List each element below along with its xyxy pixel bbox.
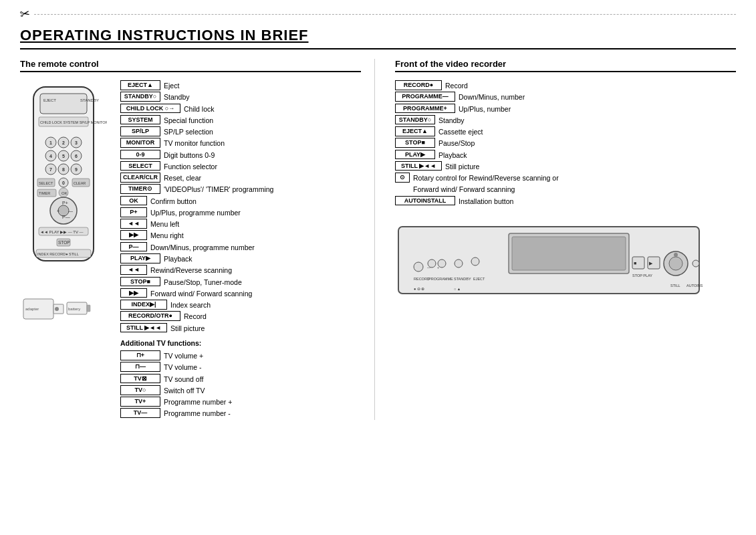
svg-text:STANDBY: STANDBY [80, 98, 99, 102]
instr-menuleft: ◄◄ Menu left [120, 219, 361, 229]
svg-point-63 [455, 259, 463, 268]
instructions-list: EJECT▲ Eject STANDBY○ Standby CHILD LOCK… [120, 80, 361, 420]
svg-text:EJECT: EJECT [43, 98, 56, 102]
svg-rect-55 [512, 237, 626, 270]
svg-text:+: + [437, 265, 439, 270]
desc-clear: Reset, clear [164, 173, 361, 183]
fp-btn-stop: STOP■ [395, 138, 435, 148]
instr-splp: SP/LP SP/LP selection [120, 126, 361, 137]
right-column: Front of the video recorder RECORD● Reco… [388, 59, 736, 420]
svg-text:PROGRAMME: PROGRAMME [428, 277, 453, 281]
btn-pplus: P+ [120, 207, 147, 217]
desc-menuleft: Menu left [150, 219, 361, 229]
desc-monitor: TV monitor function [164, 138, 361, 148]
btn-rewind: ◄◄ [120, 265, 147, 275]
svg-text:battery: battery [68, 307, 80, 311]
svg-text:TIMER: TIMER [39, 191, 50, 195]
svg-text:8: 8 [62, 167, 65, 172]
btn-system: SYSTEM [120, 115, 160, 125]
btn-tvsound: TV⊠ [120, 374, 160, 384]
desc-menuright: Menu right [150, 230, 361, 241]
additional-tv-title: Additional TV functions: [120, 338, 361, 348]
svg-text:P+: P+ [62, 201, 68, 205]
fp-desc-standby: Standby [438, 115, 736, 126]
fp-btn-progplus: PROGRAMME+ [395, 104, 455, 114]
svg-text:5: 5 [62, 154, 65, 158]
btn-select: SELECT [120, 161, 160, 171]
fp-still: STILL ▶◄◄ Still picture [395, 161, 736, 172]
desc-stop: Pause/Stop, Tuner-mode [164, 277, 361, 288]
desc-splp: SP/LP selection [164, 126, 361, 137]
left-column: The remote control EJECT STANDBY CHI [20, 59, 375, 420]
title-underline [20, 48, 736, 49]
instr-clear: CLEAR/CLR Reset, clear [120, 173, 361, 183]
fp-desc-record: Record [445, 80, 736, 91]
svg-text:STILL: STILL [670, 284, 680, 288]
instr-tvoff: TV○ Switch off TV [120, 385, 361, 396]
front-panel-image: RECORD — + PROGRAMME STANDBY EJECT [395, 213, 736, 308]
svg-point-74 [674, 253, 678, 257]
fp-progplus: PROGRAMME+ Up/Plus, number [395, 104, 736, 114]
instr-menuright: ▶▶ Menu right [120, 230, 361, 241]
remote-image: EJECT STANDBY CHILD LOCK SYSTEM SP/LP MO… [20, 80, 114, 420]
desc-ok: Confirm button [150, 196, 361, 207]
svg-rect-1 [40, 94, 87, 114]
svg-text:STANDBY: STANDBY [454, 277, 471, 281]
right-section-header: Front of the video recorder [395, 59, 736, 72]
fp-rotary2: Forward wind/ Forward scanning [395, 184, 736, 195]
instr-rewind: ◄◄ Rewind/Reverse scanning [120, 265, 361, 276]
desc-tvprogminus: Programme number - [164, 408, 361, 419]
btn-tvprogplus: TV+ [120, 397, 160, 407]
svg-text:3: 3 [75, 140, 78, 145]
btn-tvvolminus: ⊓— [120, 362, 160, 372]
fp-desc-stop: Pause/Stop [438, 138, 736, 148]
desc-select: Function selector [164, 161, 361, 172]
instr-stop: STOP■ Pause/Stop, Tuner-mode [120, 277, 361, 288]
svg-text:● ⊖ ⊕: ● ⊖ ⊕ [414, 287, 424, 291]
instr-pplus: P+ Up/Plus, programme number [120, 207, 361, 218]
svg-text:9: 9 [75, 167, 78, 172]
btn-splp: SP/LP [120, 126, 160, 136]
svg-point-48 [55, 307, 59, 311]
desc-eject: Eject [164, 80, 361, 91]
main-content: The remote control EJECT STANDBY CHI [20, 59, 736, 420]
svg-point-56 [414, 262, 423, 272]
btn-monitor: MONITOR [120, 138, 160, 148]
btn-tvvolplus: ⊓+ [120, 350, 160, 360]
desc-still: Still picture [170, 323, 361, 334]
instr-tvvolminus: ⊓— TV volume - [120, 362, 361, 372]
battery-sketch: adapter battery [20, 292, 94, 339]
svg-text:—: — [68, 209, 73, 213]
page-title: OPERATING INSTRUCTIONS IN BRIEF [20, 27, 736, 44]
instr-still: STILL ▶◄◄ Still picture [120, 323, 361, 334]
desc-tvsound: TV sound off [164, 374, 361, 385]
fp-btn-record: RECORD● [395, 80, 442, 90]
page: ✂ OPERATING INSTRUCTIONS IN BRIEF The re… [0, 0, 756, 433]
svg-text:■: ■ [634, 261, 636, 265]
btn-ok: OK [120, 196, 147, 206]
fp-stop: STOP■ Pause/Stop [395, 138, 736, 148]
desc-09: Digit buttons 0-9 [164, 150, 361, 160]
svg-text:INDEX  RECORD●  STILL: INDEX RECORD● STILL [37, 252, 79, 256]
btn-childlock: CHILD LOCK ○→ [120, 104, 180, 114]
fp-btn-progminus: PROGRAMME— [395, 92, 455, 102]
desc-tvoff: Switch off TV [164, 385, 361, 396]
svg-text:CHILD LOCK  SYSTEM  SP/LP  MON: CHILD LOCK SYSTEM SP/LP MONITOR [40, 120, 107, 124]
desc-index: Index search [170, 300, 361, 310]
instr-timer: TIMER⊙ 'VIDEOPlus'/ 'TIMER' programming [120, 184, 361, 195]
svg-rect-51 [87, 305, 90, 312]
fp-desc-progminus: Down/Minus, number [459, 92, 736, 102]
desc-fwd: Forward wind/ Forward scanning [150, 288, 361, 299]
svg-text:6: 6 [75, 154, 78, 158]
svg-text:OK: OK [61, 191, 68, 195]
btn-clear: CLEAR/CLR [120, 173, 160, 183]
btn-menuleft: ◄◄ [120, 219, 147, 229]
fp-rotary: ⊙ Rotary control for Rewind/Reverse scan… [395, 173, 736, 183]
instr-pminus: P— Down/Minus, programme number [120, 242, 361, 253]
svg-text:EJECT: EJECT [473, 277, 485, 281]
left-section-header: The remote control [20, 59, 361, 72]
desc-pminus: Down/Minus, programme number [150, 242, 361, 253]
svg-text:SELECT: SELECT [39, 181, 53, 185]
fp-eject: EJECT▲ Cassette eject [395, 126, 736, 137]
fp-desc-rotary2: Forward wind/ Forward scanning [413, 184, 736, 195]
